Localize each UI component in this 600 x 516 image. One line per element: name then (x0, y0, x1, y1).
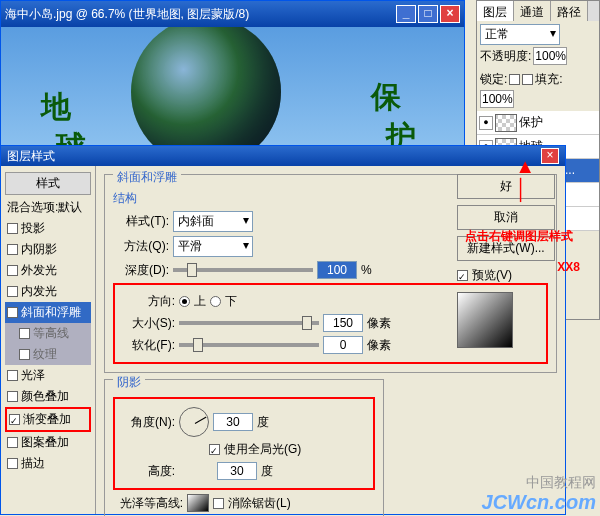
lock-trans-icon[interactable] (509, 74, 520, 85)
layer-thumb (495, 114, 517, 132)
style-inner-glow[interactable]: 内发光 (5, 281, 91, 302)
tab-channels[interactable]: 通道 (514, 1, 551, 21)
checkbox[interactable] (7, 265, 18, 276)
px-unit: 像素 (367, 337, 391, 354)
style-stroke[interactable]: 描边 (5, 453, 91, 474)
bevel-legend: 斜面和浮雕 (113, 169, 181, 186)
checkbox[interactable] (7, 370, 18, 381)
watermark-cn: 中国教程网 (526, 474, 596, 492)
row-angle: 角度(N): 30 度 (119, 407, 369, 437)
style-bevel-emboss[interactable]: 斜面和浮雕 (5, 302, 91, 323)
altitude-value[interactable]: 30 (217, 462, 257, 480)
checkbox[interactable] (7, 223, 18, 234)
highlighted-angle: 角度(N): 30 度 使用全局光(G) 高度: 30 度 (113, 397, 375, 490)
document-titlebar: 海中小岛.jpg @ 66.7% (世界地图, 图层蒙版/8) _ □ × (1, 1, 464, 27)
layer-style-dialog: 图层样式 × 样式 混合选项:默认 投影 内阴影 外发光 内发光 斜面和浮雕 等… (0, 145, 566, 515)
cancel-button[interactable]: 取消 (457, 205, 555, 230)
global-light-checkbox[interactable] (209, 444, 220, 455)
dialog-titlebar: 图层样式 × (1, 146, 565, 166)
row-global: 使用全局光(G) (119, 441, 369, 458)
watermark-url: JCWcn.com (482, 491, 596, 514)
soften-label: 软化(F): (119, 337, 175, 354)
style-inner-shadow[interactable]: 内阴影 (5, 239, 91, 260)
soften-value[interactable]: 0 (323, 336, 363, 354)
antialias-checkbox[interactable] (213, 498, 224, 509)
text-bao: 保 (371, 77, 401, 118)
preview-label: 预览(V) (472, 267, 512, 284)
canvas[interactable]: 地 球 保 护 (1, 27, 464, 159)
size-value[interactable]: 150 (323, 314, 363, 332)
shading-fieldset: 阴影 角度(N): 30 度 使用全局光(G) 高度: (104, 379, 384, 516)
angle-label: 角度(N): (119, 414, 175, 431)
style-contour[interactable]: 等高线 (5, 323, 91, 344)
angle-value[interactable]: 30 (213, 413, 253, 431)
visibility-icon[interactable]: ● (479, 116, 493, 130)
soften-slider[interactable] (179, 343, 319, 347)
checkbox[interactable] (19, 349, 30, 360)
checkbox[interactable] (7, 458, 18, 469)
style-label: 样式(T): (113, 213, 169, 230)
styles-list: 样式 混合选项:默认 投影 内阴影 外发光 内发光 斜面和浮雕 等高线 纹理 光… (1, 166, 96, 514)
checkbox[interactable] (7, 286, 18, 297)
fill-label: 填充: (535, 71, 562, 88)
tab-layers[interactable]: 图层 (477, 1, 514, 21)
annotation-text: 点击右键调图层样式 (465, 228, 600, 245)
contour-picker[interactable] (187, 494, 209, 512)
layer-name: 保护 (519, 114, 543, 131)
direction-up-radio[interactable] (179, 296, 190, 307)
technique-label: 方法(Q): (113, 238, 169, 255)
checkbox[interactable] (7, 437, 18, 448)
row-altitude: 高度: 30 度 (119, 462, 369, 480)
px-unit: 像素 (367, 315, 391, 332)
dialog-buttons: 好 取消 新建样式(W)... 预览(V) (457, 174, 555, 348)
fill-value[interactable]: 100% (480, 90, 514, 108)
maximize-button[interactable]: □ (418, 5, 438, 23)
tab-paths[interactable]: 路径 (551, 1, 588, 21)
styles-header[interactable]: 样式 (5, 172, 91, 195)
arrow-icon: ▲│ (515, 155, 535, 201)
dialog-body: 样式 混合选项:默认 投影 内阴影 外发光 内发光 斜面和浮雕 等高线 纹理 光… (1, 166, 565, 514)
global-light-label: 使用全局光(G) (224, 441, 301, 458)
style-drop-shadow[interactable]: 投影 (5, 218, 91, 239)
checkbox[interactable] (7, 307, 18, 318)
checkbox[interactable] (19, 328, 30, 339)
preview-checkbox[interactable] (457, 270, 468, 281)
row-gloss: 光泽等高线: 消除锯齿(L) (113, 494, 375, 512)
annotation-xx: XX8 (557, 260, 580, 274)
depth-value[interactable]: 100 (317, 261, 357, 279)
minimize-button[interactable]: _ (396, 5, 416, 23)
depth-slider[interactable] (173, 268, 313, 272)
ok-button[interactable]: 好 (457, 174, 555, 199)
dialog-close-button[interactable]: × (541, 148, 559, 164)
text-di: 地 (41, 87, 71, 128)
checkbox[interactable] (7, 244, 18, 255)
shading-legend: 阴影 (113, 374, 145, 391)
layer-controls: 正常 不透明度: 100% (477, 21, 599, 68)
angle-dial[interactable] (179, 407, 209, 437)
style-select[interactable]: 内斜面 (173, 211, 253, 232)
blend-mode-select[interactable]: 正常 (480, 24, 560, 45)
style-outer-glow[interactable]: 外发光 (5, 260, 91, 281)
earth-image (131, 27, 281, 159)
lock-pixels-icon[interactable] (522, 74, 533, 85)
size-slider[interactable] (179, 321, 319, 325)
antialias-label: 消除锯齿(L) (228, 495, 291, 512)
checkbox[interactable] (9, 414, 20, 425)
size-label: 大小(S): (119, 315, 175, 332)
style-gradient-overlay[interactable]: 渐变叠加 (5, 407, 91, 432)
blend-options-item[interactable]: 混合选项:默认 (5, 197, 91, 218)
style-pattern-overlay[interactable]: 图案叠加 (5, 432, 91, 453)
style-color-overlay[interactable]: 颜色叠加 (5, 386, 91, 407)
gloss-label: 光泽等高线: (113, 495, 183, 512)
checkbox[interactable] (7, 391, 18, 402)
percent-unit: % (361, 263, 372, 277)
layer-item[interactable]: ● 保护 (477, 111, 599, 135)
style-satin[interactable]: 光泽 (5, 365, 91, 386)
technique-select[interactable]: 平滑 (173, 236, 253, 257)
direction-down-radio[interactable] (210, 296, 221, 307)
style-texture[interactable]: 纹理 (5, 344, 91, 365)
document-title: 海中小岛.jpg @ 66.7% (世界地图, 图层蒙版/8) (5, 6, 394, 23)
opacity-value[interactable]: 100% (533, 47, 567, 65)
depth-label: 深度(D): (113, 262, 169, 279)
close-button[interactable]: × (440, 5, 460, 23)
